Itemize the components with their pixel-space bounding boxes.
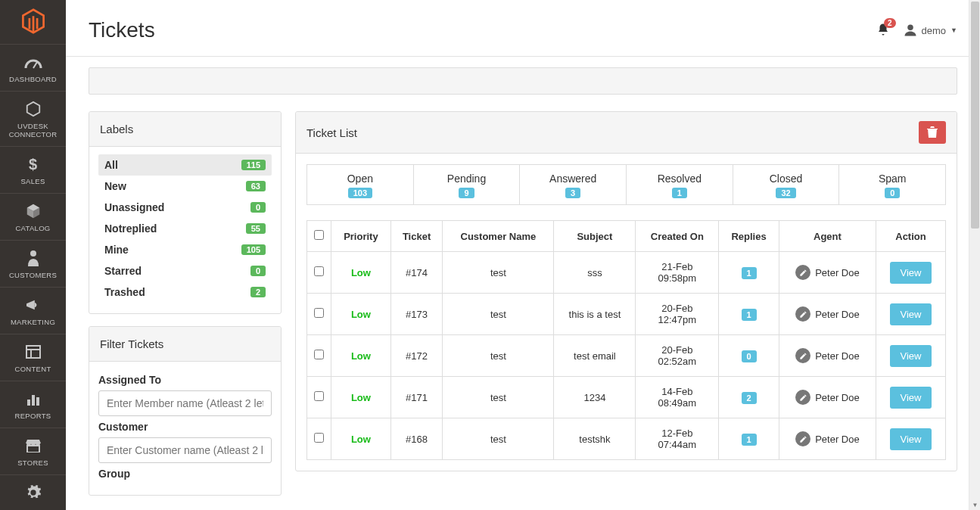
sidebar-label: UVDESK CONNECTOR (3, 122, 63, 138)
sidebar-label: DASHBOARD (3, 75, 63, 83)
cell-priority: Low (331, 294, 391, 335)
sidebar-item-uvdesk[interactable]: UVDESK CONNECTOR (0, 91, 66, 146)
label-all[interactable]: All115 (98, 154, 272, 176)
filter-customer-input[interactable] (98, 437, 272, 463)
view-button[interactable]: View (890, 428, 932, 450)
user-menu[interactable]: demo ▼ (904, 23, 957, 37)
status-name: Answered (520, 173, 626, 185)
status-name: Spam (839, 173, 945, 185)
svg-rect-2 (26, 346, 40, 358)
status-tab-answered[interactable]: Answered3 (520, 165, 627, 204)
col-action: Action (876, 221, 945, 252)
reply-badge: 0 (742, 350, 757, 362)
cell-priority: Low (331, 335, 391, 377)
view-button[interactable]: View (890, 262, 932, 284)
label-text: Trashed (104, 286, 145, 298)
col-created: Created On (636, 221, 719, 252)
sidebar-item-reports[interactable]: REPORTS (0, 381, 66, 428)
cell-customer: test (443, 377, 554, 418)
cell-action: View (876, 252, 945, 294)
cell-replies: 1 (719, 418, 779, 460)
view-button[interactable]: View (890, 303, 932, 325)
table-row: Low#173testthis is a test20-Feb12:47pm1P… (307, 294, 946, 335)
sidebar-item-stores[interactable]: STORES (0, 428, 66, 474)
label-text: Mine (104, 244, 129, 256)
status-count-badge: 3 (565, 188, 580, 198)
status-name: Open (307, 173, 413, 185)
magento-logo (18, 8, 48, 35)
sidebar-item-dashboard[interactable]: DASHBOARD (0, 44, 66, 91)
status-tab-resolved[interactable]: Resolved1 (627, 165, 733, 204)
cell-agent: Peter Doe (779, 377, 876, 418)
cell-ticket: #172 (390, 335, 443, 377)
cell-priority: Low (331, 377, 391, 418)
cell-subject: test email (554, 335, 636, 377)
label-trashed[interactable]: Trashed2 (98, 281, 272, 303)
delete-button[interactable] (919, 121, 946, 144)
cell-subject: sss (554, 252, 636, 294)
pencil-icon (799, 435, 807, 443)
store-icon (3, 436, 63, 456)
label-notreplied[interactable]: Notreplied55 (98, 218, 272, 239)
svg-line-0 (33, 62, 37, 68)
select-all-checkbox[interactable] (314, 230, 324, 240)
row-checkbox[interactable] (314, 391, 324, 401)
notifications-button[interactable]: 2 (876, 23, 890, 39)
col-replies: Replies (719, 221, 779, 252)
status-tab-open[interactable]: Open103 (307, 165, 414, 204)
edit-agent-button[interactable] (795, 306, 810, 322)
edit-agent-button[interactable] (795, 431, 810, 446)
sidebar-item-content[interactable]: CONTENT (0, 334, 66, 381)
person-icon (3, 248, 63, 268)
page-title: Tickets (89, 18, 155, 42)
sidebar-item-customers[interactable]: CUSTOMERS (0, 240, 66, 287)
notice-bar (89, 67, 957, 95)
row-checkbox[interactable] (314, 350, 324, 359)
scrollbar[interactable]: ▲ ▼ (969, 0, 980, 510)
row-checkbox[interactable] (314, 266, 324, 276)
status-tab-closed[interactable]: Closed32 (733, 165, 840, 204)
status-name: Pending (414, 173, 520, 185)
row-checkbox[interactable] (314, 308, 324, 318)
label-count-badge: 105 (241, 244, 266, 255)
cell-created: 20-Feb12:47pm (636, 294, 719, 335)
cell-created: 21-Feb09:58pm (636, 252, 719, 294)
status-tab-spam[interactable]: Spam0 (839, 165, 945, 204)
ticket-list-title: Ticket List (306, 126, 357, 139)
agent-name: Peter Doe (815, 309, 860, 320)
sidebar-label: MARKETING (3, 318, 63, 326)
label-new[interactable]: New63 (98, 176, 272, 197)
cell-customer: test (443, 252, 554, 294)
reply-badge: 1 (742, 309, 757, 321)
cell-replies: 0 (719, 335, 779, 377)
edit-agent-button[interactable] (795, 265, 810, 280)
label-mine[interactable]: Mine105 (98, 239, 272, 260)
filter-assigned-input[interactable] (98, 390, 272, 416)
scroll-thumb[interactable] (971, 2, 979, 229)
layout-icon (3, 342, 63, 362)
scroll-down-icon[interactable]: ▼ (969, 499, 980, 510)
cell-ticket: #168 (390, 418, 443, 460)
label-unassigned[interactable]: Unassigned0 (98, 197, 272, 218)
col-subject: Subject (554, 221, 636, 252)
row-checkbox[interactable] (314, 433, 324, 443)
cell-action: View (876, 335, 945, 377)
edit-agent-button[interactable] (795, 348, 810, 363)
cell-agent: Peter Doe (779, 294, 876, 335)
edit-agent-button[interactable] (795, 390, 810, 405)
label-starred[interactable]: Starred0 (98, 260, 272, 281)
col-agent: Agent (779, 221, 876, 252)
pencil-icon (799, 269, 807, 277)
status-count-badge: 0 (885, 188, 900, 198)
view-button[interactable]: View (890, 387, 932, 409)
cell-replies: 2 (719, 377, 779, 418)
sidebar-item-sales[interactable]: $ SALES (0, 146, 66, 193)
view-button[interactable]: View (890, 345, 932, 367)
sidebar-item-catalog[interactable]: CATALOG (0, 193, 66, 240)
reply-badge: 2 (742, 392, 757, 404)
table-row: Low#171test123414-Feb08:49am2Peter DoeVi… (307, 377, 946, 418)
sidebar-item-marketing[interactable]: MARKETING (0, 287, 66, 334)
cell-subject: this is a test (554, 294, 636, 335)
status-tab-pending[interactable]: Pending9 (414, 165, 521, 204)
sidebar-item-system[interactable] (0, 474, 66, 510)
